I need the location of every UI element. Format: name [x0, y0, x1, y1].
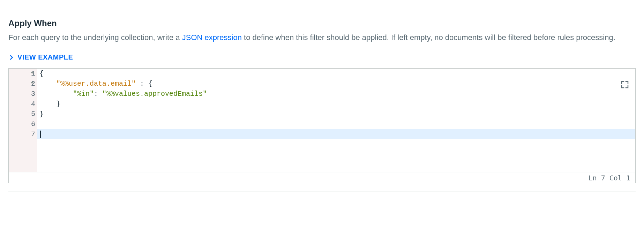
code-line[interactable]: "%%user.data.email" : {	[37, 79, 635, 89]
line-number: 7	[18, 129, 35, 139]
code-line[interactable]: }	[37, 109, 635, 119]
editor-code-area[interactable]: { "%%user.data.email" : { "%in": "%%valu…	[37, 69, 635, 172]
gutter-row: 2	[9, 79, 35, 89]
gutter-row: 7	[9, 129, 35, 139]
code-token	[39, 100, 56, 108]
expand-icon	[621, 80, 629, 89]
view-example-label: VIEW EXAMPLE	[17, 53, 73, 61]
section-title: Apply When	[8, 18, 636, 28]
code-token: :	[136, 80, 148, 88]
code-editor[interactable]: 1234567 { "%%user.data.email" : { "%in":…	[8, 68, 636, 183]
fold-toggle-icon[interactable]	[30, 82, 34, 84]
code-line[interactable]	[37, 119, 635, 129]
code-token	[39, 90, 73, 98]
code-token: }	[39, 110, 44, 118]
fullscreen-button[interactable]	[621, 80, 629, 89]
gutter-row: 1	[9, 69, 35, 79]
line-number: 6	[18, 119, 35, 129]
gutter-row: 4	[9, 99, 35, 109]
top-divider	[8, 7, 636, 7]
desc-before: For each query to the underlying collect…	[8, 33, 182, 42]
status-line-value: 7	[601, 174, 605, 182]
line-number: 5	[18, 109, 35, 119]
editor-gutter: 1234567	[9, 69, 37, 172]
code-token	[39, 80, 56, 88]
chevron-right-icon	[9, 55, 14, 60]
gutter-row: 5	[9, 109, 35, 119]
view-example-toggle[interactable]: VIEW EXAMPLE	[9, 53, 73, 61]
code-line[interactable]: {	[37, 69, 635, 79]
code-line[interactable]	[37, 129, 635, 139]
code-token: :	[94, 90, 102, 98]
desc-after: to define when this filter should be app…	[242, 33, 615, 42]
code-token: {	[39, 70, 44, 78]
line-number: 3	[18, 89, 35, 99]
code-token: {	[148, 80, 152, 88]
status-line-label: Ln	[589, 174, 597, 182]
bottom-divider	[8, 192, 636, 192]
status-col-label: Col	[609, 174, 622, 182]
code-token: }	[56, 100, 60, 108]
code-token: "%in"	[73, 90, 94, 98]
status-col-value: 1	[626, 174, 630, 182]
code-line[interactable]: }	[37, 99, 635, 109]
code-line[interactable]: "%in": "%%values.approvedEmails"	[37, 89, 635, 99]
code-token: "%%values.approvedEmails"	[102, 90, 207, 98]
gutter-row: 6	[9, 119, 35, 129]
section-description: For each query to the underlying collect…	[8, 32, 636, 44]
line-number: 4	[18, 99, 35, 109]
json-expression-link[interactable]: JSON expression	[182, 33, 242, 42]
code-token: "%%user.data.email"	[56, 80, 136, 88]
text-cursor	[40, 131, 41, 138]
fold-toggle-icon[interactable]	[30, 72, 34, 74]
gutter-row: 3	[9, 89, 35, 99]
editor-status-bar: Ln 7 Col 1	[9, 172, 635, 183]
